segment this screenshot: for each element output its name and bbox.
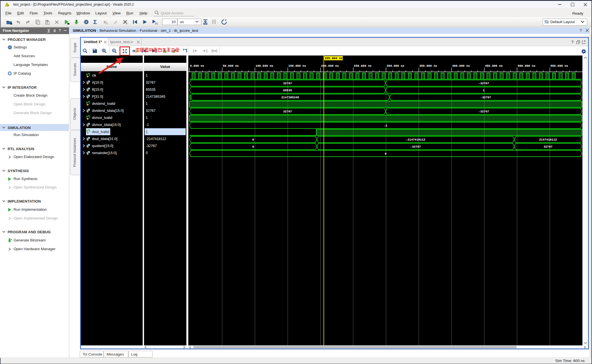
- svg-text:-32767: -32767: [478, 82, 489, 85]
- svg-text:1: 1: [483, 89, 485, 92]
- svg-text:-32767: -32767: [410, 145, 421, 148]
- svg-text:205.004 ns: 205.004 ns: [325, 57, 343, 60]
- svg-text:-1: -1: [384, 124, 388, 127]
- svg-text:0: 0: [385, 152, 386, 156]
- svg-text:450.000 ns: 450.000 ns: [485, 64, 503, 68]
- svg-text:32767: 32767: [283, 110, 292, 113]
- svg-text:150.000 ns: 150.000 ns: [288, 64, 306, 68]
- svg-text:300.000 ns: 300.000 ns: [386, 64, 404, 68]
- svg-text:250.000 ns: 250.000 ns: [354, 64, 372, 68]
- svg-text:32767: 32767: [283, 82, 292, 85]
- svg-text:2147385345: 2147385345: [281, 96, 299, 99]
- svg-text:500.000 ns: 500.000 ns: [518, 64, 535, 68]
- svg-text:0: 0: [252, 138, 254, 141]
- svg-text:01: 01: [11, 239, 12, 240]
- svg-text:32767: 32767: [544, 145, 553, 148]
- svg-text:100.000 ns: 100.000 ns: [255, 64, 273, 68]
- svg-text:01: 01: [76, 20, 78, 22]
- svg-text:350.000 ns: 350.000 ns: [419, 64, 437, 68]
- svg-text:400.000 ns: 400.000 ns: [452, 64, 470, 68]
- svg-text:(T): (T): [155, 22, 158, 25]
- svg-text:0.000 ns: 0.000 ns: [190, 64, 204, 68]
- svg-text:65535: 65535: [283, 89, 292, 92]
- svg-text:50.000 ns: 50.000 ns: [223, 64, 239, 68]
- svg-text:-32767: -32767: [478, 110, 489, 113]
- svg-text:0: 0: [252, 145, 254, 148]
- svg-text:550.000 ns: 550.000 ns: [550, 64, 568, 68]
- svg-text:-32767: -32767: [480, 96, 491, 99]
- svg-text:2147418112: 2147418112: [539, 138, 557, 141]
- svg-text:-2147418112: -2147418112: [406, 138, 425, 141]
